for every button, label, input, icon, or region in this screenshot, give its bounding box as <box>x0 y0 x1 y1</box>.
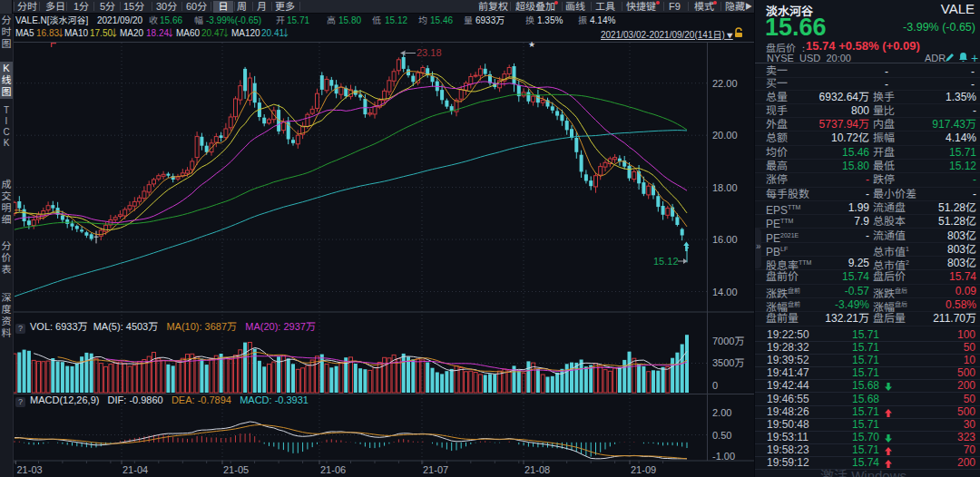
svg-text:-1.00: -1.00 <box>712 451 735 462</box>
svg-text:21-03: 21-03 <box>17 464 43 475</box>
svg-text:★: ★ <box>528 40 535 49</box>
svg-text:21-09: 21-09 <box>631 464 656 475</box>
svg-text:21-05: 21-05 <box>223 464 249 475</box>
svg-text:21-04: 21-04 <box>122 464 148 475</box>
svg-text:16.00: 16.00 <box>712 234 738 245</box>
svg-text:21-08: 21-08 <box>524 464 550 475</box>
svg-text:3500万: 3500万 <box>712 357 744 368</box>
svg-text:18.00: 18.00 <box>712 182 738 193</box>
svg-text:14.00: 14.00 <box>712 287 738 297</box>
svg-text:0.50: 0.50 <box>712 430 731 441</box>
svg-text:21-06: 21-06 <box>320 464 346 475</box>
svg-text:0: 0 <box>712 380 718 391</box>
svg-text:15.12: 15.12 <box>653 256 679 267</box>
svg-text:20.00: 20.00 <box>712 130 738 141</box>
svg-text:22.00: 22.00 <box>712 78 738 89</box>
svg-text:2.00: 2.00 <box>712 407 731 418</box>
svg-text:23.18: 23.18 <box>416 47 442 58</box>
svg-text:21-07: 21-07 <box>423 464 448 475</box>
svg-text:7000万: 7000万 <box>712 336 744 346</box>
